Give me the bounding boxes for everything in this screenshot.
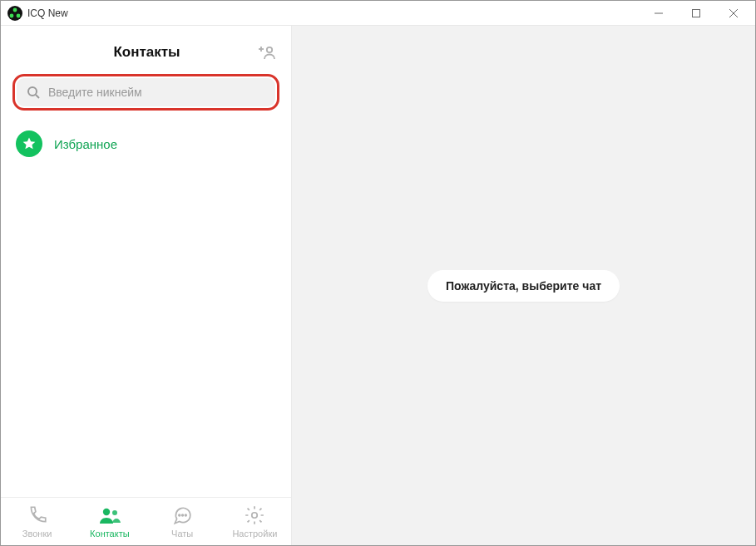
svg-point-12 bbox=[103, 509, 110, 515]
svg-point-2 bbox=[17, 13, 21, 17]
titlebar: ICQ New bbox=[1, 1, 755, 26]
svg-point-9 bbox=[267, 47, 272, 52]
svg-point-1 bbox=[10, 13, 14, 17]
sidebar-title: Контакты bbox=[37, 44, 256, 61]
add-contact-button[interactable] bbox=[256, 44, 276, 61]
contact-label: Избранное bbox=[54, 137, 117, 151]
svg-point-16 bbox=[185, 514, 187, 516]
svg-point-17 bbox=[252, 513, 258, 519]
svg-point-14 bbox=[179, 514, 180, 516]
app-logo-icon bbox=[7, 6, 22, 21]
contact-item-favorites[interactable]: Избранное bbox=[1, 124, 291, 164]
main-area: Пожалуйста, выберите чат bbox=[292, 26, 755, 545]
nav-item-contacts[interactable]: Контакты bbox=[73, 504, 146, 539]
sidebar-header: Контакты bbox=[1, 26, 291, 72]
search-input[interactable] bbox=[48, 86, 265, 99]
search-field[interactable] bbox=[17, 78, 275, 106]
search-icon bbox=[27, 86, 40, 99]
window-controls bbox=[640, 2, 752, 25]
contact-list: Избранное bbox=[1, 121, 291, 497]
window-title: ICQ New bbox=[27, 7, 68, 19]
svg-point-15 bbox=[182, 514, 184, 516]
gear-icon bbox=[244, 504, 265, 526]
bottom-nav: Звонки Контакты Чаты bbox=[1, 497, 291, 545]
nav-item-calls[interactable]: Звонки bbox=[1, 504, 73, 539]
svg-rect-4 bbox=[692, 9, 699, 17]
svg-line-11 bbox=[36, 95, 39, 98]
nav-label: Контакты bbox=[90, 529, 130, 539]
svg-point-10 bbox=[28, 87, 37, 96]
close-button[interactable] bbox=[714, 2, 752, 25]
chat-icon bbox=[171, 504, 193, 526]
maximize-button[interactable] bbox=[677, 2, 714, 25]
phone-icon bbox=[27, 504, 48, 526]
star-icon bbox=[16, 130, 42, 157]
nav-item-settings[interactable]: Настройки bbox=[219, 504, 291, 539]
app-content: Контакты bbox=[1, 26, 755, 545]
placeholder-message: Пожалуйста, выберите чат bbox=[427, 270, 620, 302]
minimize-button[interactable] bbox=[640, 2, 677, 25]
sidebar: Контакты bbox=[1, 26, 292, 545]
svg-point-13 bbox=[112, 510, 117, 515]
nav-item-chats[interactable]: Чаты bbox=[146, 504, 219, 539]
nav-label: Настройки bbox=[232, 529, 277, 539]
nav-label: Звонки bbox=[22, 529, 52, 539]
search-highlight bbox=[12, 74, 279, 111]
svg-point-0 bbox=[13, 7, 17, 12]
nav-label: Чаты bbox=[171, 529, 193, 539]
contacts-icon bbox=[98, 504, 121, 526]
